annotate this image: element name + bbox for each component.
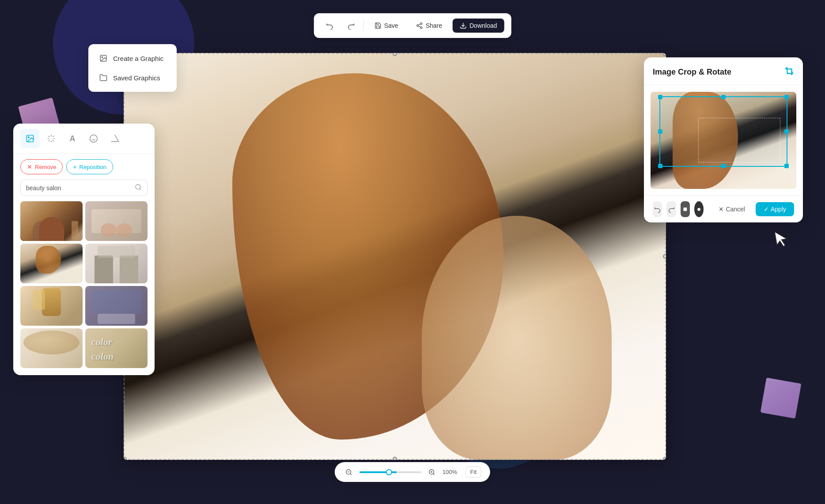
- dropdown-item-saved-graphics[interactable]: Saved Graphics: [92, 68, 173, 87]
- remove-label: Remove: [35, 164, 56, 170]
- svg-line-22: [53, 140, 54, 141]
- image-thumb-8[interactable]: color colon: [85, 328, 148, 368]
- image-thumb-3[interactable]: [20, 244, 83, 283]
- share-button[interactable]: Share: [409, 19, 449, 33]
- canvas-photo: [124, 53, 666, 460]
- remove-icon: ✕: [27, 163, 32, 170]
- crop-undo-button[interactable]: [653, 201, 662, 217]
- image-thumb-1[interactable]: [20, 201, 83, 241]
- image-thumb-4[interactable]: [85, 244, 148, 283]
- zoom-in-button[interactable]: [427, 467, 437, 478]
- dropdown-item-create-graphic[interactable]: Create a Graphic: [92, 49, 173, 68]
- crop-panel-title: Image Crop & Rotate: [653, 68, 731, 77]
- tab-emoji[interactable]: [84, 129, 103, 148]
- tab-magic[interactable]: [42, 129, 61, 148]
- crop-panel-footer: ■ ● ✕ Cancel ✓ Apply: [644, 196, 803, 222]
- download-button[interactable]: Download: [453, 19, 504, 33]
- reposition-label: Reposition: [79, 164, 106, 170]
- zoom-bar: 100% Fit: [335, 462, 490, 482]
- image-thumb-5[interactable]: [20, 286, 83, 326]
- panel-actions: ✕ Remove + Reposition: [13, 154, 155, 180]
- canvas-area[interactable]: [124, 53, 666, 460]
- reposition-icon: +: [73, 163, 76, 170]
- image-icon: [99, 54, 108, 63]
- remove-button[interactable]: ✕ Remove: [20, 159, 63, 174]
- toolbar-divider-1: [363, 20, 364, 31]
- svg-point-28: [136, 184, 140, 189]
- sticky-note-right: [761, 378, 802, 419]
- crop-tool-icon[interactable]: [784, 66, 794, 78]
- search-icon[interactable]: [135, 184, 142, 192]
- cancel-button[interactable]: ✕ Cancel: [712, 202, 751, 216]
- cancel-x-icon: ✕: [719, 206, 724, 213]
- crop-handle-ml[interactable]: [658, 129, 662, 134]
- crop-handle-mr[interactable]: [784, 129, 789, 134]
- zoom-slider[interactable]: [360, 471, 421, 473]
- undo-button[interactable]: [321, 17, 339, 34]
- redo-button[interactable]: [342, 17, 360, 34]
- crop-handle-tm[interactable]: [721, 95, 726, 99]
- left-panel: A ✕ Remove + Reposition: [13, 124, 155, 375]
- folder-icon: [99, 73, 108, 82]
- crop-redo-button[interactable]: [666, 201, 676, 217]
- save-label: Save: [384, 22, 398, 29]
- image-grid: color colon: [13, 201, 155, 375]
- crop-panel: Image Crop & Rotate: [644, 57, 803, 222]
- crop-square-btn[interactable]: ■: [681, 201, 690, 217]
- image-thumb-2[interactable]: [85, 201, 148, 241]
- crop-handle-tl[interactable]: [658, 95, 662, 99]
- cancel-label: Cancel: [726, 206, 745, 213]
- tab-shape[interactable]: [105, 129, 125, 148]
- svg-point-7: [102, 56, 102, 57]
- crop-preview[interactable]: [651, 92, 796, 189]
- image-thumb-7[interactable]: [20, 328, 83, 368]
- search-bar: [20, 180, 148, 196]
- svg-point-0: [420, 23, 422, 24]
- svg-line-29: [140, 188, 141, 190]
- create-graphic-label: Create a Graphic: [113, 55, 163, 62]
- crop-handle-tr[interactable]: [784, 95, 789, 99]
- crop-handle-bl[interactable]: [658, 164, 662, 168]
- saved-graphics-label: Saved Graphics: [113, 74, 160, 82]
- svg-line-9: [350, 474, 352, 475]
- crop-handle-br[interactable]: [784, 164, 789, 168]
- svg-point-1: [417, 25, 419, 26]
- svg-point-25: [90, 135, 98, 143]
- zoom-out-button[interactable]: [344, 467, 354, 478]
- apply-button[interactable]: ✓ Apply: [756, 202, 794, 216]
- svg-point-2: [420, 27, 422, 29]
- panel-tabs: A: [13, 124, 155, 154]
- svg-line-21: [49, 136, 49, 137]
- svg-line-23: [49, 140, 49, 141]
- cursor-decoration: [772, 229, 791, 253]
- crop-handle-bm[interactable]: [721, 164, 726, 168]
- tab-image[interactable]: [20, 129, 40, 148]
- reposition-button[interactable]: + Reposition: [66, 159, 113, 174]
- tab-text[interactable]: A: [63, 129, 82, 148]
- zoom-value-label: 100%: [443, 469, 460, 475]
- apply-check-icon: ✓: [764, 206, 769, 213]
- svg-line-24: [53, 136, 54, 137]
- crop-panel-header: Image Crop & Rotate: [644, 57, 803, 85]
- svg-line-3: [418, 26, 420, 27]
- download-label: Download: [469, 22, 497, 29]
- top-toolbar: Save Share Download: [314, 13, 511, 38]
- svg-line-12: [433, 474, 435, 475]
- apply-label: Apply: [771, 206, 786, 213]
- share-label: Share: [426, 22, 442, 29]
- dropdown-menu: Create a Graphic Saved Graphics: [88, 44, 177, 92]
- svg-point-16: [28, 137, 30, 138]
- search-input[interactable]: [26, 184, 131, 192]
- image-thumb-6[interactable]: [85, 286, 148, 326]
- svg-line-4: [418, 24, 420, 25]
- save-button[interactable]: Save: [367, 19, 405, 33]
- crop-dashed-inner: [698, 118, 780, 162]
- zoom-fit-button[interactable]: Fit: [465, 466, 481, 478]
- crop-circle-btn[interactable]: ●: [694, 201, 704, 217]
- crop-selection-box[interactable]: [659, 96, 787, 167]
